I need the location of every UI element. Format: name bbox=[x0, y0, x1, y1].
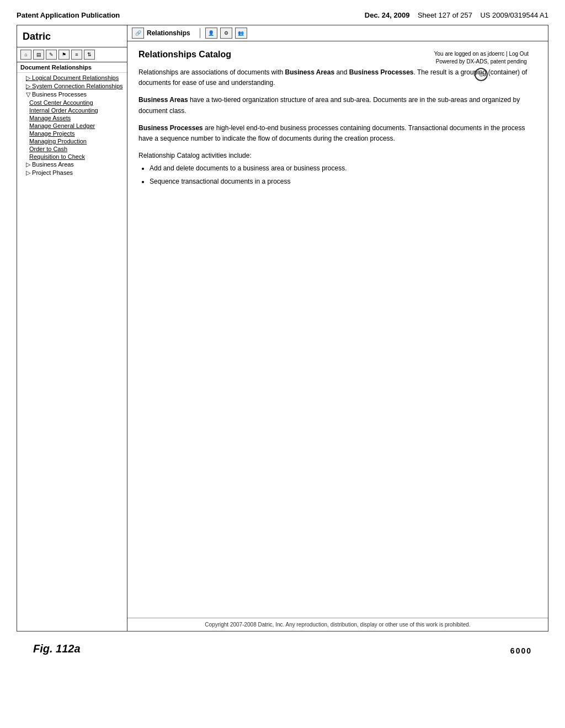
toolbar-pencil-icon[interactable]: ✎ bbox=[46, 50, 57, 60]
sidebar-toolbar: ⌂ ▤ ✎ ⚑ ≡ ⇅ bbox=[17, 47, 127, 62]
sidebar-item-cost-center[interactable]: Cost Center Accounting bbox=[17, 99, 127, 106]
topbar-person-icon[interactable]: 👤 bbox=[205, 28, 217, 39]
toolbar-list-icon[interactable]: ≡ bbox=[71, 50, 82, 60]
toolbar-flag-icon[interactable]: ⚑ bbox=[58, 50, 70, 60]
sidebar-item-manage-projects[interactable]: Manage Projects bbox=[17, 130, 127, 137]
sidebar-section: ▷ Logical Document Relationships ▷ Syste… bbox=[17, 73, 127, 178]
sidebar-item-manage-gl[interactable]: Manage General Ledger bbox=[17, 122, 127, 130]
sidebar-item-system-conn[interactable]: ▷ System Connection Relationships bbox=[17, 82, 127, 90]
footer: Fig. 112a 6000 bbox=[17, 637, 548, 661]
page-container: Patent Application Publication Dec. 24, … bbox=[0, 0, 565, 728]
header-patent: US 2009/0319544 A1 bbox=[480, 11, 548, 19]
content-body: Relationships Catalog Relationships are … bbox=[127, 41, 548, 618]
sidebar-logo: Datric bbox=[17, 28, 127, 47]
topbar-relationships-label: Relationships bbox=[147, 29, 190, 37]
info-panel: You are logged on as jdoerrc | Log Out P… bbox=[434, 50, 529, 83]
content-para-4: Relationship Catalog activities include:… bbox=[138, 151, 537, 187]
main-box: Datric ⌂ ▤ ✎ ⚑ ≡ ⇅ Document Relationship… bbox=[17, 25, 548, 631]
header-date: Dec. 24, 2009 bbox=[365, 11, 410, 19]
sidebar-item-project-phases[interactable]: ▷ Project Phases bbox=[17, 169, 127, 177]
info-line1: You are logged on as jdoerrc | Log Out bbox=[434, 50, 529, 58]
content-para-3: Business Processes are high-level end-to… bbox=[138, 123, 537, 144]
topbar-person2-icon[interactable]: 👥 bbox=[235, 28, 247, 39]
header-right: Dec. 24, 2009 Sheet 127 of 257 US 2009/0… bbox=[365, 11, 548, 19]
sidebar-item-internal-order[interactable]: Internal Order Accounting bbox=[17, 106, 127, 114]
info-circle-icon[interactable]: © bbox=[475, 68, 488, 81]
content-topbar: 🔗 Relationships 👤 ⚙ 👥 bbox=[127, 25, 548, 41]
info-line2: Powered by DX-ADS, patent pending bbox=[434, 58, 529, 66]
sidebar: Datric ⌂ ▤ ✎ ⚑ ≡ ⇅ Document Relationship… bbox=[17, 25, 127, 631]
content-para-4-prefix: Relationship Catalog activities include: bbox=[138, 152, 252, 159]
bullet-2: Sequence transactional documents in a pr… bbox=[150, 178, 291, 185]
toolbar-home-icon[interactable]: ⌂ bbox=[20, 50, 31, 60]
sidebar-item-req-to-check[interactable]: Requisition to Check bbox=[17, 153, 127, 160]
list-item: Sequence transactional documents in a pr… bbox=[150, 176, 537, 187]
sidebar-item-business-proc[interactable]: ▽ Business Processes bbox=[17, 90, 127, 99]
topbar-divider bbox=[200, 28, 200, 38]
content-area: 🔗 Relationships 👤 ⚙ 👥 You are logged on … bbox=[127, 25, 548, 631]
page-number: 6000 bbox=[510, 646, 532, 655]
sidebar-item-order-to-cash[interactable]: Order to Cash bbox=[17, 145, 127, 153]
toolbar-arrows-icon[interactable]: ⇅ bbox=[84, 50, 95, 60]
topbar-chain-icon[interactable]: 🔗 bbox=[132, 28, 144, 39]
content-para-2: Business Areas have a two-tiered organiz… bbox=[138, 95, 537, 116]
content-copyright: Copyright 2007-2008 Datric, Inc. Any rep… bbox=[127, 618, 548, 631]
list-item: Add and delete documents to a business a… bbox=[150, 163, 537, 174]
sidebar-nav-label: Document Relationships bbox=[17, 62, 127, 73]
copyright-text: Copyright 2007-2008 Datric, Inc. Any rep… bbox=[205, 622, 470, 628]
content-para-2-text: Business Areas have a two-tiered organiz… bbox=[138, 96, 520, 114]
sidebar-item-manage-assets[interactable]: Manage Assets bbox=[17, 114, 127, 122]
content-para-4-list: Add and delete documents to a business a… bbox=[150, 163, 537, 186]
topbar-settings-icon[interactable]: ⚙ bbox=[220, 28, 232, 39]
fig-label: Fig. 112a bbox=[33, 643, 81, 655]
sidebar-item-business-areas[interactable]: ▷ Business Areas bbox=[17, 160, 127, 169]
bullet-1: Add and delete documents to a business a… bbox=[150, 164, 347, 172]
content-para-3-text: Business Processes are high-level end-to… bbox=[138, 124, 525, 142]
header: Patent Application Publication Dec. 24, … bbox=[17, 11, 548, 19]
sidebar-item-logical-doc[interactable]: ▷ Logical Document Relationships bbox=[17, 74, 127, 82]
header-pub-label: Patent Application Publication bbox=[17, 11, 120, 19]
header-sheet: Sheet 127 of 257 bbox=[418, 11, 472, 19]
sidebar-item-managing-prod[interactable]: Managing Production bbox=[17, 137, 127, 145]
toolbar-doc-icon[interactable]: ▤ bbox=[33, 50, 44, 60]
